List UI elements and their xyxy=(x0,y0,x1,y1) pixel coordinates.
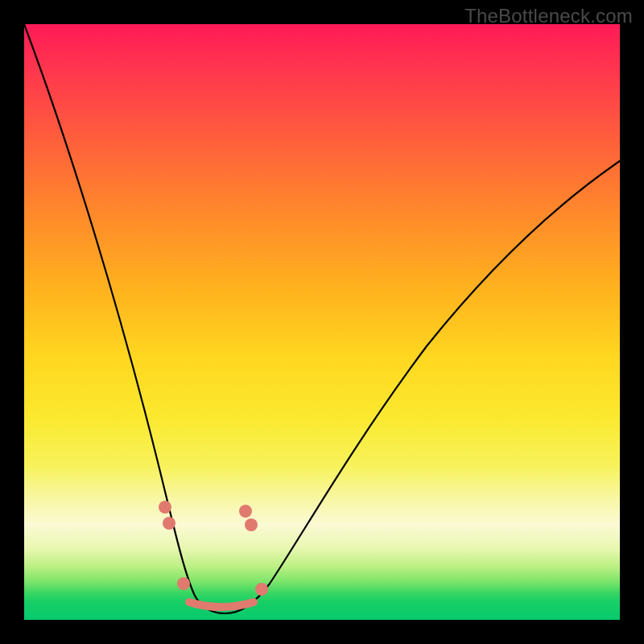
left-upper-dot-2-icon xyxy=(163,517,175,530)
left-lower-dot-icon xyxy=(177,577,190,590)
bottleneck-curve xyxy=(24,24,620,613)
plot-area xyxy=(24,24,620,620)
right-upper-dot-1-icon xyxy=(239,505,252,518)
valley-bottom-segment-icon xyxy=(189,602,254,607)
right-lower-dot-icon xyxy=(255,583,268,596)
curve-layer xyxy=(24,24,620,620)
chart-frame: TheBottleneck.com xyxy=(0,0,644,644)
right-upper-dot-2-icon xyxy=(245,518,258,531)
left-upper-dot-1-icon xyxy=(159,501,171,514)
watermark-text: TheBottleneck.com xyxy=(464,5,633,27)
